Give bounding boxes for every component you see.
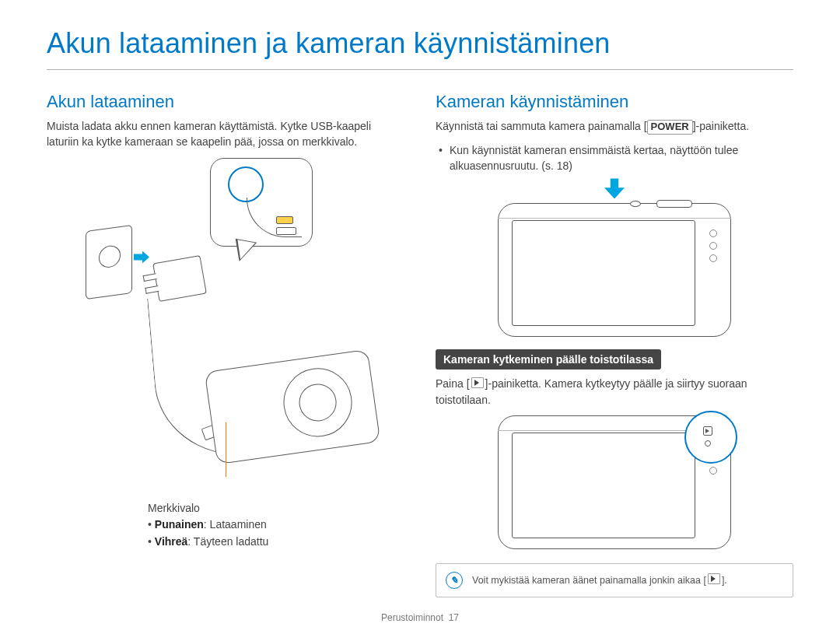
column-charging: Akun lataaminen Muista ladata akku ennen… (47, 92, 404, 597)
power-key-label: POWER (647, 120, 693, 135)
note-pre: Voit mykistää kameran äänet painamalla j… (472, 575, 706, 586)
shutter-button-icon (656, 200, 692, 208)
camera-top-bar (498, 203, 731, 219)
figure-camera-back-1 (436, 203, 793, 337)
page-title: Akun lataaminen ja kameran käynnistämine… (47, 27, 793, 70)
figure-camera-back-2 (436, 415, 793, 549)
note-mute: ✎ Voit mykistää kameran äänet painamalla… (436, 563, 793, 597)
caption-green-rest: : Täyteen ladattu (187, 535, 268, 548)
figure-charging (47, 158, 404, 492)
caption-red-rest: : Lataaminen (204, 518, 267, 531)
caption-green-key: Vihreä (155, 535, 188, 548)
heading-power: Kameran käynnistäminen (436, 92, 793, 112)
intro-charging: Muista ladata akku ennen kameran käyttäm… (47, 118, 404, 150)
footer-page-number: 17 (449, 612, 459, 623)
callout-bubble (210, 158, 313, 247)
camera-screen (512, 220, 695, 326)
intro-power: Käynnistä tai sammuta kamera painamalla … (436, 118, 793, 135)
wall-outlet-icon (86, 224, 132, 299)
arrow-right-icon (134, 251, 149, 264)
led-pointer-line (226, 422, 226, 477)
page-footer: Perustoiminnot 17 (0, 612, 840, 623)
intro-power-pre: Käynnistä tai sammuta kamera painamalla … (436, 120, 647, 132)
socket-highlight-icon (228, 166, 264, 202)
callout-bubble-tail (232, 238, 257, 263)
play-button-icon (708, 573, 720, 584)
note-post: ]. (722, 575, 727, 586)
connector-plugs-icon (276, 216, 298, 235)
note-icon: ✎ (446, 572, 463, 589)
caption-green: • Vihreä: Täyteen ladattu (148, 534, 404, 551)
caption-label: Merkkivalo (148, 500, 404, 517)
led-caption: Merkkivalo • Punainen: Lataaminen • Vihr… (148, 500, 404, 551)
note-text: Voit mykistää kameran äänet painamalla j… (472, 573, 727, 588)
caption-red-key: Punainen (155, 518, 204, 531)
two-column-layout: Akun lataaminen Muista ladata akku ennen… (47, 92, 793, 597)
play-button-icon (471, 377, 484, 388)
manual-page: Akun lataaminen ja kameran käynnistämine… (0, 0, 840, 634)
subheading-playback-mode: Kameran kytkeminen päälle toistotilassa (436, 349, 661, 370)
bullet-first-start: Kun käynnistät kameran ensimmäistä kerta… (450, 142, 793, 174)
side-controls-icon (705, 225, 722, 267)
intro-power-post: ]-painiketta. (693, 120, 749, 132)
footer-section-label: Perustoiminnot (381, 612, 443, 623)
playback-instruction: Paina []-painiketta. Kamera kytkeytyy pä… (436, 376, 793, 408)
playback-pre: Paina [ (436, 377, 470, 390)
camera-screen (512, 433, 695, 538)
caption-red: • Punainen: Lataaminen (148, 517, 404, 534)
column-power: Kameran käynnistäminen Käynnistä tai sam… (436, 92, 793, 597)
arrow-down-icon (604, 178, 625, 198)
heading-charging: Akun lataaminen (47, 92, 404, 112)
play-button-detail-icon (684, 411, 737, 464)
